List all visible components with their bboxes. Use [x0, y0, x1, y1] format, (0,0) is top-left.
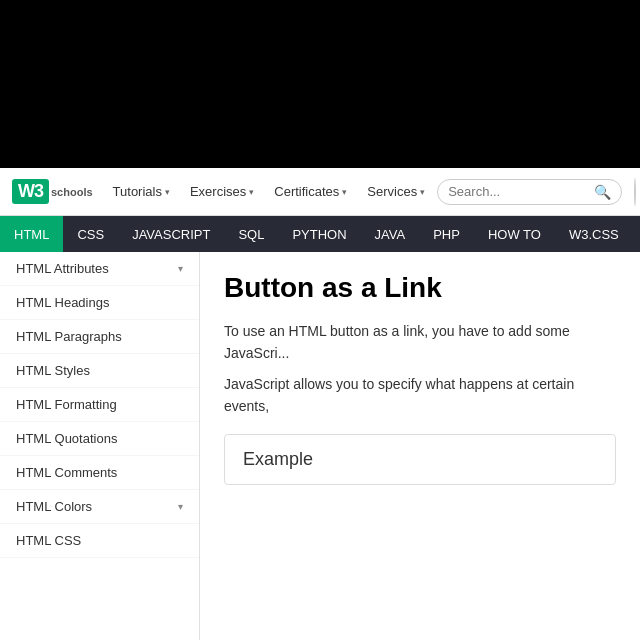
sidebar-item-html-paragraphs[interactable]: HTML Paragraphs — [0, 320, 199, 354]
content-paragraph-2: JavaScript allows you to specify what ha… — [224, 373, 616, 418]
sidebar-item-label: HTML Colors — [16, 499, 92, 514]
topic-javascript-label: JAVASCRIPT — [132, 227, 210, 242]
sidebar-item-html-styles[interactable]: HTML Styles — [0, 354, 199, 388]
topic-java[interactable]: JAVA — [361, 216, 420, 252]
topic-javascript[interactable]: JAVASCRIPT — [118, 216, 224, 252]
topic-w3css-label: W3.CSS — [569, 227, 619, 242]
chevron-down-icon: ▾ — [249, 187, 254, 197]
logo-w3: W3 — [12, 179, 49, 204]
nav-services[interactable]: Services ▾ — [359, 178, 433, 205]
topic-java-label: JAVA — [375, 227, 406, 242]
sidebar-item-label: HTML Comments — [16, 465, 117, 480]
topic-w3css[interactable]: W3.CSS — [555, 216, 633, 252]
sidebar-item-label: HTML Formatting — [16, 397, 117, 412]
nav-exercises-label: Exercises — [190, 184, 246, 199]
topic-css[interactable]: CSS — [63, 216, 118, 252]
example-box: Example — [224, 434, 616, 485]
chevron-down-icon: ▾ — [178, 501, 183, 512]
contrast-toggle-button[interactable] — [634, 178, 636, 206]
topic-c[interactable]: C — [633, 216, 640, 252]
sidebar-item-html-css[interactable]: HTML CSS — [0, 524, 199, 558]
main-area: HTML Attributes ▾ HTML Headings HTML Par… — [0, 252, 640, 640]
nav-certificates[interactable]: Certificates ▾ — [266, 178, 355, 205]
topic-html[interactable]: HTML — [0, 216, 63, 252]
sidebar-item-html-colors[interactable]: HTML Colors ▾ — [0, 490, 199, 524]
sidebar: HTML Attributes ▾ HTML Headings HTML Par… — [0, 252, 200, 640]
sidebar-item-label: HTML Attributes — [16, 261, 109, 276]
topic-css-label: CSS — [77, 227, 104, 242]
nav-certificates-label: Certificates — [274, 184, 339, 199]
example-title: Example — [243, 449, 313, 469]
nav-services-label: Services — [367, 184, 417, 199]
topic-html-label: HTML — [14, 227, 49, 242]
chevron-down-icon: ▾ — [342, 187, 347, 197]
topic-python[interactable]: PYTHON — [278, 216, 360, 252]
sidebar-item-html-headings[interactable]: HTML Headings — [0, 286, 199, 320]
chevron-down-icon: ▾ — [178, 263, 183, 274]
logo-schools: schools — [51, 186, 93, 198]
sidebar-item-html-quotations[interactable]: HTML Quotations — [0, 422, 199, 456]
topic-php-label: PHP — [433, 227, 460, 242]
navbar: W3 schools Tutorials ▾ Exercises ▾ Certi… — [0, 168, 640, 216]
nav-exercises[interactable]: Exercises ▾ — [182, 178, 262, 205]
topic-python-label: PYTHON — [292, 227, 346, 242]
sidebar-item-html-formatting[interactable]: HTML Formatting — [0, 388, 199, 422]
search-input[interactable] — [448, 184, 588, 199]
content-paragraph-1: To use an HTML button as a link, you hav… — [224, 320, 616, 365]
topic-bar: HTML CSS JAVASCRIPT SQL PYTHON JAVA PHP … — [0, 216, 640, 252]
sidebar-item-html-comments[interactable]: HTML Comments — [0, 456, 199, 490]
top-black-bar — [0, 0, 640, 168]
sidebar-item-label: HTML Styles — [16, 363, 90, 378]
topic-php[interactable]: PHP — [419, 216, 474, 252]
page-title: Button as a Link — [224, 272, 616, 304]
sidebar-item-label: HTML CSS — [16, 533, 81, 548]
sidebar-item-label: HTML Quotations — [16, 431, 117, 446]
search-icon[interactable]: 🔍 — [594, 184, 611, 200]
logo[interactable]: W3 schools — [12, 179, 93, 204]
chevron-down-icon: ▾ — [420, 187, 425, 197]
topic-sql[interactable]: SQL — [224, 216, 278, 252]
topic-sql-label: SQL — [238, 227, 264, 242]
topic-howto-label: HOW TO — [488, 227, 541, 242]
sidebar-item-label: HTML Paragraphs — [16, 329, 122, 344]
chevron-down-icon: ▾ — [165, 187, 170, 197]
sidebar-item-label: HTML Headings — [16, 295, 109, 310]
topic-howto[interactable]: HOW TO — [474, 216, 555, 252]
search-box: 🔍 — [437, 179, 622, 205]
nav-tutorials-label: Tutorials — [113, 184, 162, 199]
content-area: Button as a Link To use an HTML button a… — [200, 252, 640, 640]
sidebar-item-html-attributes[interactable]: HTML Attributes ▾ — [0, 252, 199, 286]
nav-tutorials[interactable]: Tutorials ▾ — [105, 178, 178, 205]
